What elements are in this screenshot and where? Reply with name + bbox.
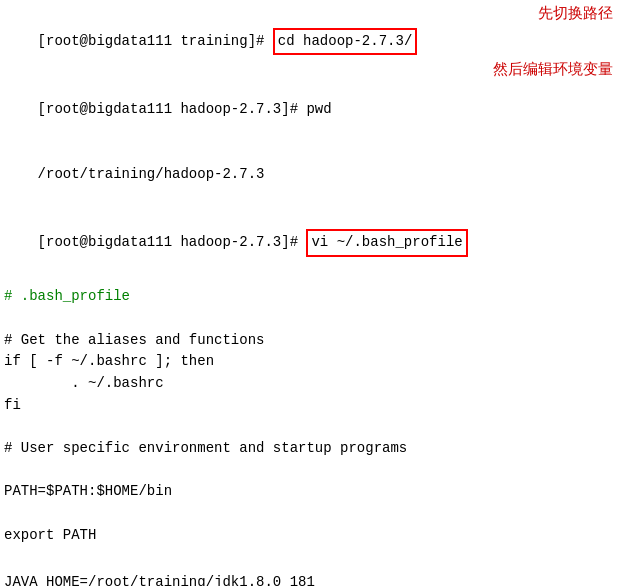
line-if: if [ -f ~/.bashrc ]; then — [4, 351, 615, 373]
annotation-switch-path: 先切换路径 — [538, 4, 613, 23]
line-blank-1 — [4, 308, 615, 330]
line-blank-5 — [4, 551, 615, 573]
path-output: /root/training/hadoop-2.7.3 — [38, 166, 265, 182]
annotation-edit-env: 然后编辑环境变量 — [493, 60, 613, 79]
cmd-vi: vi ~/.bash_profile — [306, 229, 467, 257]
bash-profile-section: # .bash_profile # Get the aliases and fu… — [4, 286, 615, 546]
line-source: . ~/.bashrc — [4, 373, 615, 395]
prompt-2: [root@bigdata111 hadoop-2.7.3]# pwd — [38, 101, 332, 117]
java-section: JAVA_HOME=/root/training/jdk1.8.0_181 ex… — [4, 551, 615, 587]
line-vi: [root@bigdata111 hadoop-2.7.3]# vi ~/.ba… — [4, 207, 615, 278]
line-comment-user: # User specific environment and startup … — [4, 438, 615, 460]
line-pwd: [root@bigdata111 hadoop-2.7.3]# pwd — [4, 77, 615, 142]
line-path-home: PATH=$PATH:$HOME/bin — [4, 481, 615, 503]
terminal-window: [root@bigdata111 training]# cd hadoop-2.… — [0, 0, 619, 586]
line-blank-4 — [4, 503, 615, 525]
cmd-cd: cd hadoop-2.7.3/ — [273, 28, 417, 56]
line-blank-2 — [4, 416, 615, 438]
line-java-home: JAVA_HOME=/root/training/jdk1.8.0_181 — [4, 572, 615, 586]
prompt-1: [root@bigdata111 training]# — [38, 33, 273, 49]
line-fi: fi — [4, 395, 615, 417]
line-export-path-1: export PATH — [4, 525, 615, 547]
line-comment-aliases: # Get the aliases and functions — [4, 330, 615, 352]
line-blank-3 — [4, 460, 615, 482]
line-comment-bash: # .bash_profile — [4, 286, 615, 308]
prompt-3: [root@bigdata111 hadoop-2.7.3]# — [38, 234, 307, 250]
line-path-output: /root/training/hadoop-2.7.3 — [4, 142, 615, 207]
